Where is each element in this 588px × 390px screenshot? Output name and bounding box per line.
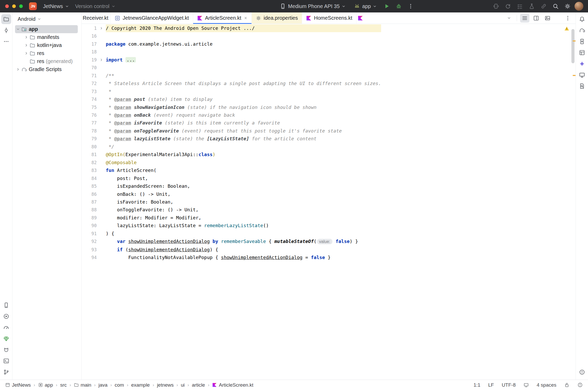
line-number[interactable]: 71: [82, 72, 97, 80]
search-everywhere-button[interactable]: [551, 2, 561, 11]
code-line-85[interactable]: 85 isExpandedScreen: Boolean,: [82, 182, 381, 190]
tab-overflow[interactable]: [356, 12, 364, 24]
chevron-right-icon[interactable]: [23, 43, 29, 47]
chevron-right-icon[interactable]: [15, 67, 21, 71]
code-line-82[interactable]: 82@Composable: [82, 159, 381, 166]
layout-inspector-button[interactable]: [577, 48, 587, 58]
line-number[interactable]: 17: [82, 40, 97, 48]
code-text[interactable]: post: Post,: [106, 175, 381, 182]
close-tab-icon[interactable]: [244, 16, 248, 20]
editor-scrollbar[interactable]: [571, 29, 575, 63]
code-text[interactable]: * Stateless Article Screen that displays…: [106, 80, 381, 87]
code-text[interactable]: / Copyright 2020 The Android Open Source…: [106, 24, 381, 32]
chevron-right-icon[interactable]: [23, 51, 29, 55]
run-button[interactable]: [382, 2, 392, 11]
settings-button[interactable]: [563, 2, 572, 11]
find-usages-button[interactable]: [577, 81, 587, 91]
line-number[interactable]: 83: [82, 166, 97, 174]
breadcrumb-item-app[interactable]: app: [38, 382, 53, 388]
code-text[interactable]: * @param onToggleFavorite (event) reques…: [106, 127, 381, 135]
breadcrumb-item-jetnews[interactable]: jetnews: [157, 382, 173, 388]
code-text[interactable]: */: [106, 143, 381, 151]
code-text[interactable]: * @param lazyListState (state) the [Lazy…: [106, 135, 381, 143]
code-line-79[interactable]: 79 * @param lazyListState (state) the [L…: [82, 135, 381, 143]
breadcrumb-item-java[interactable]: java: [99, 382, 108, 388]
tree-item-manifests[interactable]: manifests: [15, 33, 78, 41]
line-number[interactable]: 75: [82, 103, 97, 111]
minimize-window-button[interactable]: [12, 4, 16, 8]
code-line-1[interactable]: 1/ Copyright 2020 The Android Open Sourc…: [82, 24, 381, 32]
device-explorer-button[interactable]: [577, 37, 587, 46]
code-text[interactable]: lazyListState: LazyListState = rememberL…: [106, 222, 381, 229]
code-text[interactable]: modifier: Modifier = Modifier,: [106, 214, 381, 222]
line-number[interactable]: 81: [82, 151, 97, 158]
code-line-73[interactable]: 73 *: [82, 88, 381, 95]
line-number[interactable]: 77: [82, 119, 97, 127]
code-text[interactable]: ) {: [106, 230, 381, 238]
line-number[interactable]: 93: [82, 246, 97, 254]
profiler-button[interactable]: [1, 323, 11, 332]
line-number[interactable]: 90: [82, 222, 97, 229]
line-number[interactable]: 1: [82, 24, 97, 32]
line-number[interactable]: 16: [82, 32, 97, 40]
code-line-81[interactable]: 81@OptIn(ExperimentalMaterial3Api::class…: [82, 151, 381, 158]
indent-widget-widget[interactable]: 4 spaces: [537, 382, 556, 388]
code-text[interactable]: *: [106, 88, 381, 95]
mirror-button[interactable]: [491, 2, 501, 11]
code-line-87[interactable]: 87 isFavorite: Boolean,: [82, 198, 381, 206]
line-number[interactable]: 89: [82, 214, 97, 222]
tree-item-kotlin-java[interactable]: kotlin+java: [15, 41, 78, 49]
code-line-18[interactable]: 18: [82, 48, 381, 56]
fold-marker-icon[interactable]: [97, 24, 106, 32]
commit-button[interactable]: [1, 25, 11, 35]
caret-position-widget[interactable]: 1:1: [474, 382, 480, 388]
line-number[interactable]: 88: [82, 206, 97, 214]
code-text[interactable]: /**: [106, 72, 381, 80]
tree-item-res[interactable]: res(generated): [15, 57, 78, 65]
run-button[interactable]: [1, 311, 11, 321]
line-number[interactable]: 78: [82, 127, 97, 135]
breadcrumb-item-articlescreen-kt[interactable]: ArticleScreen.kt: [212, 382, 253, 388]
gemini-button[interactable]: [577, 59, 587, 69]
code-line-93[interactable]: 93 if (showUnimplementedActionDialog) {: [82, 246, 381, 254]
line-number[interactable]: 73: [82, 88, 97, 95]
tree-item-res[interactable]: res: [15, 49, 78, 57]
app-inspection-button[interactable]: [1, 334, 11, 344]
line-number[interactable]: 76: [82, 111, 97, 119]
code-text[interactable]: * @param isFavorite (state) is this item…: [106, 119, 381, 127]
line-number[interactable]: 82: [82, 159, 97, 166]
breadcrumb-item-article[interactable]: article: [192, 382, 205, 388]
tab-idea-properties[interactable]: idea.properties: [252, 12, 302, 24]
code-line-80[interactable]: 80 */: [82, 143, 381, 151]
code-text[interactable]: isExpandedScreen: Boolean,: [106, 182, 381, 190]
code-line-19[interactable]: 19import ...: [82, 56, 381, 64]
breadcrumb-item-com[interactable]: com: [115, 382, 124, 388]
restart-button[interactable]: [503, 2, 513, 11]
more-run-actions-button[interactable]: [406, 2, 416, 11]
line-number[interactable]: 87: [82, 198, 97, 206]
tree-item-app[interactable]: app: [15, 25, 78, 33]
code-line-86[interactable]: 86 onBack: () -> Unit,: [82, 190, 381, 198]
code-line-76[interactable]: 76 * @param onBack (event) request navig…: [82, 111, 381, 119]
project-menu-button[interactable]: JetNews: [40, 2, 72, 11]
warning-stripe-mark[interactable]: [573, 75, 576, 76]
flask-button[interactable]: [527, 2, 537, 11]
code-text[interactable]: [106, 48, 381, 56]
code-line-91[interactable]: 91) {: [82, 230, 381, 238]
code-text[interactable]: @OptIn(ExperimentalMaterial3Api::class): [106, 151, 381, 158]
warning-stripe-mark[interactable]: [573, 40, 576, 41]
inspections-widget-widget[interactable]: [577, 382, 583, 388]
gradle-button[interactable]: [577, 25, 587, 35]
screen-widget-widget[interactable]: [523, 382, 529, 388]
code-line-83[interactable]: 83fun ArticleScreen(: [82, 166, 381, 174]
notifications-button[interactable]: [577, 14, 587, 24]
run-config-button[interactable]: app: [351, 2, 380, 11]
code-text[interactable]: [106, 32, 381, 40]
fold-marker-icon[interactable]: [97, 56, 106, 64]
code-line-71[interactable]: 71/**: [82, 72, 381, 80]
line-number[interactable]: 72: [82, 80, 97, 87]
line-number[interactable]: 70: [82, 64, 97, 72]
code-text[interactable]: * @param showNavigationIcon (state) if t…: [106, 103, 381, 111]
code-line-77[interactable]: 77 * @param isFavorite (state) is this i…: [82, 119, 381, 127]
zoom-window-button[interactable]: [19, 4, 23, 8]
